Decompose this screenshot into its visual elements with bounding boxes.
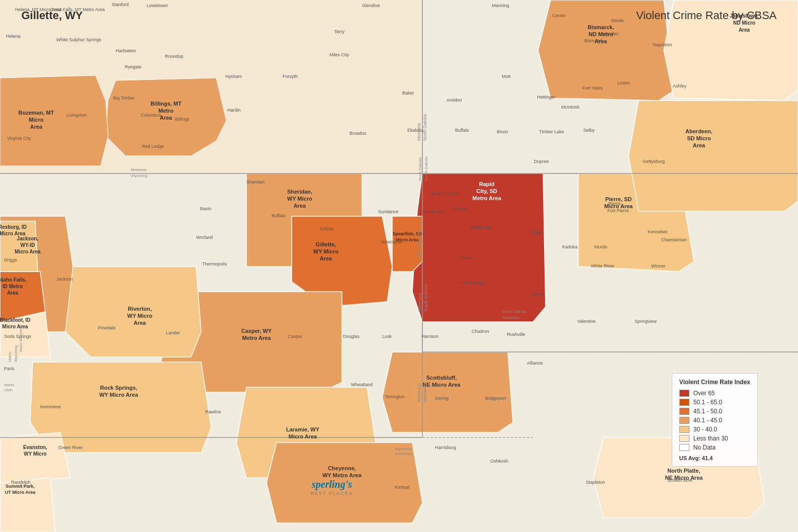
svg-text:Aberdeen,: Aberdeen, [685,128,713,134]
svg-text:Gillette,: Gillette, [316,241,336,247]
svg-text:Harrisburg: Harrisburg [435,445,456,450]
svg-text:Bismarck: Bismarck [584,38,603,43]
legend-label-45-50: 45.1 - 50.0 [693,408,722,415]
svg-text:Wyoming: Wyoming [131,173,147,178]
svg-text:Kemmerer: Kemmerer [40,404,61,409]
svg-text:Wyoming: Wyoming [416,384,421,402]
svg-text:Hysham: Hysham [225,74,242,79]
svg-text:Laramie, WY: Laramie, WY [286,426,320,432]
svg-text:WY-ID: WY-ID [21,242,35,248]
svg-text:WY Micro: WY Micro [313,248,338,254]
legend-color-45-50 [679,408,689,415]
map-container: Billings, MT Metro Area Bozeman, MT Micr… [0,0,798,532]
svg-text:Bison: Bison [497,129,508,134]
legend-label-40-45: 40.1 - 45.0 [693,417,722,424]
svg-text:North Dakota: North Dakota [422,114,427,141]
svg-text:Soda Springs: Soda Springs [4,334,32,339]
svg-text:Evanston,: Evanston, [23,445,47,450]
svg-text:Timber Lake: Timber Lake [539,129,564,134]
svg-text:Rock Springs,: Rock Springs, [100,385,137,391]
svg-text:Sheridan: Sheridan [246,180,264,185]
svg-text:Wyoming: Wyoming [417,293,422,312]
svg-text:Oshkosh: Oshkosh [490,459,508,464]
legend-item-50-65: 50.1 - 65.0 [679,399,750,406]
svg-marker-26 [382,352,513,432]
svg-text:Metro Area: Metro Area [242,335,271,341]
svg-text:Jackson,: Jackson, [17,236,39,241]
svg-text:Blackfoot, ID: Blackfoot, ID [0,317,31,323]
svg-text:City, SD: City, SD [476,188,497,194]
svg-text:North Dakota: North Dakota [416,230,421,256]
svg-text:Roundup: Roundup [165,54,184,59]
svg-text:Kimball: Kimball [395,485,410,490]
svg-text:Ashley: Ashley [673,83,687,88]
svg-text:Nebraska: Nebraska [502,315,519,320]
svg-text:Kennebec: Kennebec [648,229,668,234]
svg-text:Kadoka: Kadoka [562,244,578,249]
svg-text:Area: Area [160,115,172,121]
svg-text:Wheatland: Wheatland [351,382,373,387]
svg-text:Amidon: Amidon [447,98,462,103]
svg-text:WY Micro: WY Micro [24,451,46,457]
svg-text:Broken Bow: Broken Bow [668,478,692,483]
svg-text:Broadus: Broadus [349,131,367,136]
legend-item-40-45: 40.1 - 45.0 [679,417,750,424]
svg-text:Virginia City: Virginia City [7,136,31,141]
legend-label-lt30: Less than 30 [693,435,728,442]
svg-text:Cheyenne,: Cheyenne, [328,465,356,471]
svg-text:Area: Area [134,320,146,326]
svg-text:Bozeman, MT: Bozeman, MT [19,110,54,116]
svg-text:ND Micro: ND Micro [733,20,755,26]
svg-text:Douglas: Douglas [343,334,360,339]
svg-text:Casper: Casper [288,334,302,339]
svg-text:Area: Area [7,290,19,296]
svg-text:Great Falls, MT Metro Area: Great Falls, MT Metro Area [50,7,105,12]
svg-text:Stapleton: Stapleton [586,480,605,485]
svg-text:Green River: Green River [58,445,83,450]
svg-text:Glendive: Glendive [362,3,380,8]
svg-text:Micro Area: Micro Area [15,249,41,254]
legend-title: Violent Crime Rate Index [679,379,750,386]
svg-text:Sturgis: Sturgis [453,206,467,211]
svg-text:Chamberlain: Chamberlain [661,237,687,242]
svg-text:Harlowton: Harlowton [116,48,136,53]
svg-text:Riverton,: Riverton, [128,306,152,312]
legend-color-40-45 [679,417,689,424]
svg-text:Belle Fourche: Belle Fourche [431,191,460,196]
svg-text:Bridgeport: Bridgeport [485,396,506,401]
svg-text:Idaho: Idaho [4,383,15,387]
legend-color-nodata [679,444,689,451]
svg-text:BEST PLACES: BEST PLACES [311,491,352,496]
svg-text:Pinedale: Pinedale [98,325,116,330]
svg-text:Gillette: Gillette [320,226,334,231]
svg-text:Area: Area [294,203,306,209]
svg-text:Basin: Basin [200,206,212,211]
svg-text:Area: Area [739,27,750,33]
svg-text:Newcastle: Newcastle [381,239,402,244]
legend-item-over65: Over 65 [679,390,750,397]
svg-text:South Dakota: South Dakota [423,284,428,312]
svg-text:Lusk: Lusk [382,334,392,339]
legend-color-lt30 [679,435,689,442]
svg-text:Selby: Selby [583,128,595,133]
svg-text:Jamestown,: Jamestown, [730,13,758,19]
svg-text:White Sulphur Springs: White Sulphur Springs [56,37,102,42]
svg-text:Billings: Billings [175,117,190,122]
svg-text:Sundance: Sundance [378,209,399,214]
legend-color-50-65 [679,399,689,406]
legend-item-30-40: 30 - 40.0 [679,426,750,433]
legend-label-50-65: 50.1 - 65.0 [693,399,722,406]
svg-text:Thermopolis: Thermopolis [202,261,227,267]
svg-text:Idaho Falls,: Idaho Falls, [0,277,27,283]
svg-text:North Platte,: North Platte, [667,468,700,474]
svg-text:Nebraska: Nebraska [422,383,427,402]
svg-text:Area: Area [693,142,705,148]
svg-text:WY Micro: WY Micro [127,313,152,319]
svg-text:Paris: Paris [4,366,15,371]
svg-text:Baker: Baker [402,91,414,96]
svg-text:Hardin: Hardin [227,108,241,113]
svg-text:Big Timber: Big Timber [113,96,135,101]
svg-text:White River: White River [591,263,614,269]
svg-text:Worland: Worland [196,235,213,240]
svg-text:Pierre: Pierre [608,201,620,206]
